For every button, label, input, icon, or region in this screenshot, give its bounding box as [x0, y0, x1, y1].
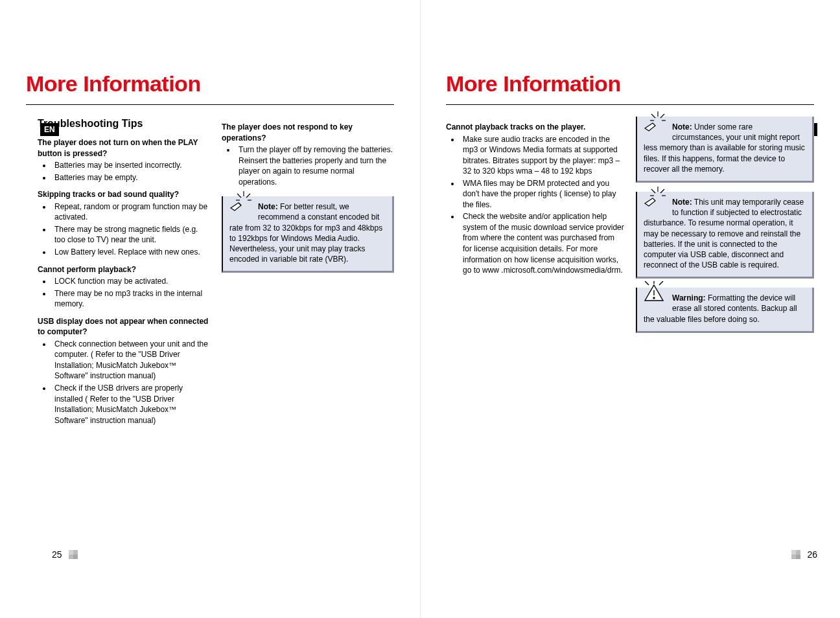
warning-format: Warning: Formatting the device will eras… — [636, 288, 814, 333]
list-item: Batteries may be inserted incorrectly. — [52, 160, 210, 171]
note-body: Under some rare circumstances, your unit… — [644, 122, 805, 174]
footer-ornament-icon — [791, 550, 800, 559]
svg-line-7 — [651, 114, 655, 118]
list-keys: Turn the player off by removing the batt… — [222, 144, 394, 187]
svg-line-6 — [660, 114, 664, 118]
left-title: More Information — [26, 71, 394, 97]
list-item: Make sure audio tracks are encoded in th… — [460, 134, 624, 177]
left-title-rule — [26, 104, 394, 105]
lang-tag-left: EN — [40, 123, 59, 136]
list-power: Batteries may be inserted incorrectly. B… — [38, 160, 210, 183]
note-esd: Note: This unit may temporarily cease to… — [636, 192, 814, 279]
page-number-left: 25 — [52, 549, 78, 560]
list-item: There may be strong magnetic fields (e.g… — [52, 224, 210, 246]
list-item: LOCK function may be activated. — [52, 276, 210, 287]
note-bitrate: Note: For better result, we recommend a … — [222, 196, 394, 273]
page-left: More Information EN Troubleshooting Tips… — [0, 0, 420, 618]
right-col-1: Cannot playback tracks on the player. Ma… — [446, 117, 624, 342]
list-item: Batteries may be empty. — [52, 172, 210, 183]
page-num: 26 — [807, 549, 817, 560]
list-skipping: Repeat, random or program function may b… — [38, 201, 210, 258]
note-label: Note: — [672, 198, 692, 207]
svg-line-1 — [246, 194, 250, 198]
right-col-2: Note: Under some rare circumstances, you… — [636, 117, 814, 342]
right-title-rule — [446, 104, 814, 105]
note-memory: Note: Under some rare circumstances, you… — [636, 117, 814, 183]
list-item: Check if the USB drivers are properly in… — [52, 383, 210, 426]
svg-line-18 — [659, 281, 663, 285]
svg-line-19 — [645, 281, 649, 285]
q-power: The player does not turn on when the PLA… — [38, 137, 210, 159]
list-item: WMA files may be DRM protected and you d… — [460, 178, 624, 211]
svg-point-16 — [653, 297, 655, 299]
hand-note-icon — [641, 110, 667, 133]
warning-label: Warning: — [672, 293, 706, 303]
page-right: More Information EN Cannot playback trac… — [420, 0, 840, 618]
footer-ornament-icon — [69, 550, 78, 559]
q-usb: USB display does not appear when connect… — [38, 316, 210, 338]
q-playback: Cannot perform playback? — [38, 264, 210, 275]
list-item: Check connection between your unit and t… — [52, 339, 210, 382]
note-body-2: Nevertheless, your unit may play tracks … — [229, 244, 365, 264]
list-item: Check the website and/or application hel… — [460, 211, 624, 275]
list-item: There may be no mp3 tracks in the intern… — [52, 288, 210, 310]
list-playback: LOCK function may be activated. There ma… — [38, 276, 210, 310]
q-keys: The player does not respond to key opera… — [222, 122, 394, 143]
left-columns: Troubleshooting Tips The player does not… — [26, 117, 394, 432]
left-col-1: Troubleshooting Tips The player does not… — [26, 117, 210, 432]
list-cannot-playback: Make sure audio tracks are encoded in th… — [446, 134, 624, 276]
page-num: 25 — [52, 549, 62, 560]
left-col-2: The player does not respond to key opera… — [222, 117, 394, 432]
troubleshooting-heading: Troubleshooting Tips — [38, 117, 210, 131]
list-item: Repeat, random or program function may b… — [52, 201, 210, 223]
note-label: Note: — [258, 202, 278, 211]
list-usb: Check connection between your unit and t… — [38, 339, 210, 426]
warning-icon — [641, 281, 667, 304]
svg-line-11 — [660, 189, 664, 193]
hand-note-icon — [227, 190, 253, 213]
note-label: Note: — [672, 122, 692, 132]
list-item: Low Battery level. Replace with new ones… — [52, 247, 210, 258]
page-spread: More Information EN Troubleshooting Tips… — [0, 0, 840, 618]
right-columns: Cannot playback tracks on the player. Ma… — [446, 117, 814, 342]
hand-note-icon — [641, 185, 667, 209]
svg-line-2 — [237, 194, 241, 198]
right-title: More Information — [446, 71, 814, 97]
list-item: Turn the player off by removing the batt… — [236, 144, 394, 187]
page-number-right: 26 — [791, 549, 817, 560]
note-body: This unit may temporarily cease to funct… — [644, 198, 804, 269]
q-cannot-playback: Cannot playback tracks on the player. — [446, 122, 624, 133]
svg-line-12 — [651, 189, 655, 193]
q-skipping: Skipping tracks or bad sound quality? — [38, 189, 210, 200]
